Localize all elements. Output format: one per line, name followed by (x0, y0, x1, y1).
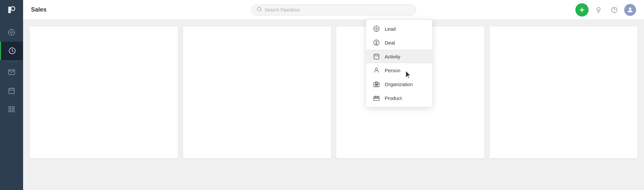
product-label: Product (385, 95, 402, 101)
deal-label: Deal (385, 40, 395, 46)
lead-icon (373, 25, 380, 32)
sidebar-item-contacts[interactable] (0, 100, 23, 118)
header: Sales (23, 0, 644, 20)
person-label: Person (385, 68, 401, 73)
svg-rect-0 (8, 7, 11, 13)
pipedrive-logo-icon (6, 5, 17, 15)
product-icon (373, 94, 380, 102)
organization-icon (373, 80, 380, 88)
page-title: Sales (31, 6, 47, 13)
dropdown-item-lead[interactable]: Lead (366, 22, 432, 36)
activity-icon (373, 53, 380, 60)
content-card-4 (490, 26, 638, 158)
sidebar-logo[interactable] (0, 0, 23, 20)
svg-rect-17 (12, 110, 14, 112)
sidebar-item-calendar[interactable] (0, 81, 23, 100)
content-area (23, 20, 644, 190)
svg-rect-33 (374, 54, 379, 59)
content-card-1 (30, 26, 178, 158)
svg-rect-14 (9, 107, 11, 109)
svg-point-3 (11, 31, 13, 33)
sidebar-item-deals[interactable] (0, 42, 23, 60)
svg-rect-15 (12, 107, 14, 109)
dropdown-item-activity[interactable]: Activity (366, 49, 432, 63)
svg-point-27 (376, 28, 377, 30)
dropdown-item-deal[interactable]: Deal (366, 36, 432, 49)
sidebar-nav (0, 20, 23, 190)
svg-point-1 (11, 7, 15, 11)
deal-icon (373, 39, 380, 46)
add-dropdown-menu: Lead Deal Activity (366, 20, 432, 107)
svg-line-19 (260, 10, 261, 11)
organization-label: Organization (385, 81, 413, 87)
svg-point-37 (375, 68, 378, 70)
search-input[interactable] (265, 7, 410, 13)
search-icon (257, 7, 262, 13)
main-area: Sales (23, 0, 644, 190)
svg-point-18 (257, 7, 261, 11)
content-card-2 (183, 26, 331, 158)
sidebar-divider-1 (5, 61, 18, 62)
dropdown-item-person[interactable]: Person (366, 63, 432, 77)
sidebar-item-mail[interactable] (0, 63, 23, 81)
sidebar (0, 0, 23, 190)
person-icon (373, 67, 380, 74)
lightbulb-button[interactable] (593, 4, 604, 16)
svg-point-2 (9, 29, 15, 35)
svg-rect-47 (375, 97, 378, 98)
search-bar (251, 4, 416, 16)
svg-rect-42 (375, 84, 376, 84)
svg-rect-44 (377, 84, 378, 84)
svg-point-23 (612, 7, 617, 13)
help-button[interactable] (608, 4, 620, 16)
svg-rect-46 (374, 97, 379, 101)
svg-rect-45 (376, 85, 377, 87)
svg-rect-16 (9, 110, 11, 112)
header-right (571, 3, 636, 16)
search-wrapper[interactable] (251, 4, 416, 16)
sidebar-item-focus[interactable] (0, 23, 23, 42)
activity-label: Activity (385, 54, 401, 59)
dropdown-item-product[interactable]: Product (366, 91, 432, 105)
add-button[interactable] (575, 3, 589, 16)
lead-label: Lead (385, 26, 396, 32)
avatar[interactable] (624, 4, 636, 16)
svg-rect-10 (9, 88, 15, 94)
svg-point-25 (629, 7, 631, 10)
svg-rect-43 (376, 84, 377, 84)
dropdown-item-organization[interactable]: Organization (366, 77, 432, 91)
